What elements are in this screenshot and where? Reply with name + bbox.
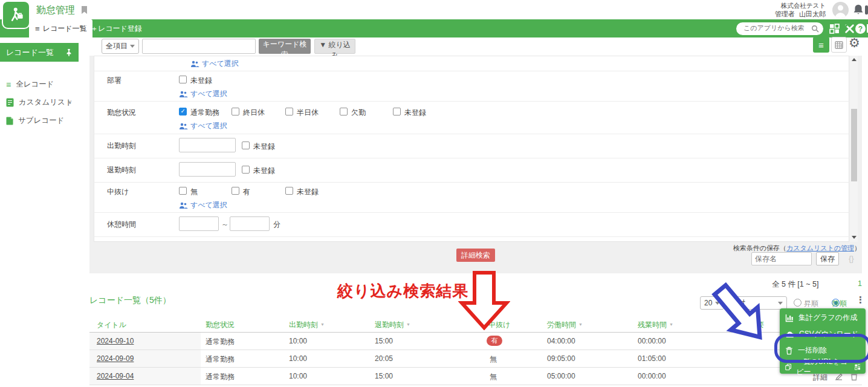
clock-in-unregistered-checkbox[interactable] [242, 141, 250, 149]
table-view-icon: ≡ [818, 40, 824, 50]
keyword-input[interactable] [142, 39, 256, 54]
tab-record-list-label: レコード一覧 [43, 24, 87, 34]
filter-scrollbar[interactable] [850, 56, 858, 242]
custom-list-manage-link[interactable]: カスタムリストの管理 [786, 244, 854, 252]
gear-icon[interactable]: ⚙ [849, 36, 860, 50]
break-yes-checkbox[interactable] [232, 187, 239, 195]
sort-asc-label: 昇順 [804, 299, 818, 309]
tab-record-list[interactable]: ≡ レコード一覧 [29, 19, 92, 37]
status-normal-checkbox[interactable] [179, 108, 187, 115]
braces-icon[interactable]: {} [849, 254, 854, 263]
sort-desc-label: 降順 [832, 299, 847, 309]
detail-search-button[interactable]: 詳細検索 [456, 249, 495, 262]
sort-icon[interactable]: ▼ [669, 322, 673, 327]
col-title[interactable]: タイトル [97, 320, 126, 330]
status-unregistered-label: 未登録 [404, 108, 426, 118]
list-icon: ≡ [35, 24, 40, 33]
scrollbar-thumb[interactable] [851, 109, 857, 181]
field-select-value: 全項目 [106, 41, 128, 51]
list-menu-dots-icon[interactable]: ⋮ [856, 298, 865, 302]
select-all-link[interactable]: すべて選択 [179, 89, 227, 99]
tilde-separator: ～ [221, 220, 228, 230]
col-status[interactable]: 勤怠状況 [206, 320, 235, 330]
sidebar-header: レコード一覧 [0, 43, 79, 62]
calendar-view-button[interactable] [831, 37, 847, 53]
bell-icon[interactable] [853, 4, 864, 16]
record-count: 全 5 件 [1 ~ 5] [772, 279, 818, 290]
department-label: 部署 [107, 76, 121, 86]
pin-icon[interactable] [65, 48, 73, 56]
status-cell: 通常勤務 [206, 372, 235, 382]
record-title-link[interactable]: 2024-09-09 [97, 354, 134, 363]
status-halfday-label: 半日休 [297, 108, 319, 118]
keyword-search-button[interactable]: キーワード検索 [259, 39, 311, 54]
help-icon[interactable]: ? [855, 24, 866, 34]
clock-out-cell: 15:00 [375, 372, 393, 380]
sidebar-item-custom-list[interactable]: カスタムリスト [6, 97, 73, 108]
select-all-link[interactable]: すべて選択 [190, 59, 239, 69]
status-absent-checkbox[interactable] [340, 108, 348, 115]
status-normal-label: 通常勤務 [190, 108, 219, 118]
table-view-button[interactable]: ≡ [813, 37, 829, 53]
scrollbar-down-arrow[interactable] [852, 236, 857, 239]
save-button[interactable]: 保存 [816, 252, 839, 265]
custom-list-chevron-icon[interactable]: ∨ [68, 99, 72, 105]
clock-out-unregistered-checkbox[interactable] [242, 166, 250, 174]
tab-record-add[interactable]: ＋レコード登録 [91, 19, 142, 37]
break-unregistered-checkbox[interactable] [285, 187, 293, 195]
account-info[interactable]: 株式会社テスト 管理者 山田太郎 [695, 1, 826, 18]
app-search[interactable] [736, 22, 823, 35]
break-badge: 有 [487, 336, 502, 346]
col-overtime: 残業時間 [638, 320, 667, 329]
user-role: 管理者 [775, 10, 795, 18]
sort-asc-radio[interactable] [794, 299, 802, 307]
refine-button[interactable]: ▼ 絞り込み [314, 39, 355, 54]
app-grid-icon[interactable] [829, 24, 840, 34]
clock-in-input[interactable] [179, 138, 236, 152]
scrollbar-up-arrow[interactable] [852, 58, 857, 61]
clock-out-cell: 15:00 [375, 337, 393, 345]
tools-icon[interactable] [844, 24, 855, 34]
clock-out-label: 退勤時刻 [107, 165, 136, 175]
break-unregistered-label: 未登録 [297, 187, 319, 197]
sort-icon[interactable]: ▼ [578, 322, 583, 327]
break-none-checkbox[interactable] [179, 187, 187, 195]
page-number[interactable]: 1 [858, 279, 862, 288]
break-cell: 無 [490, 372, 497, 382]
select-all-link[interactable]: すべて選択 [179, 200, 227, 210]
status-cell: 通常勤務 [206, 354, 235, 365]
status-fullday-checkbox[interactable] [232, 108, 239, 115]
rest-from-input[interactable] [179, 216, 219, 231]
sort-icon[interactable]: ▼ [320, 322, 325, 327]
sort-icon[interactable]: ▼ [406, 322, 410, 327]
status-halfday-checkbox[interactable] [285, 108, 293, 115]
clock-out-input[interactable] [179, 162, 236, 177]
sidebar-item-label: カスタムリスト [19, 97, 73, 108]
record-title-link[interactable]: 2024-09-10 [97, 337, 134, 345]
annotation-red-arrow [458, 271, 510, 330]
work-time-cell: 05:00:00 [547, 372, 575, 380]
sidebar-item-label: 全レコード [16, 79, 54, 89]
select-all-link[interactable]: すべて選択 [179, 121, 227, 131]
save-name-input[interactable] [751, 252, 812, 265]
search-icon[interactable] [811, 25, 820, 33]
avatar[interactable] [832, 2, 849, 18]
sidebar-item-sub-record[interactable]: サブレコード [6, 115, 64, 126]
avatar-person-icon [832, 2, 849, 18]
clock-in-cell: 10:00 [289, 372, 307, 380]
clock-in-unregistered-label: 未登録 [253, 141, 275, 152]
app-icon[interactable] [3, 2, 29, 28]
status-unregistered-checkbox[interactable] [393, 108, 401, 115]
sidebar-item-all-records[interactable]: ≡ 全レコード [6, 79, 54, 89]
save-search-caption: 検索条件の保存（カスタムリストの管理） [695, 244, 861, 253]
overtime-cell: 00:00:00 [638, 372, 666, 380]
walking-person-icon [7, 6, 25, 24]
department-unregistered-checkbox[interactable] [179, 76, 187, 83]
rest-to-input[interactable] [230, 216, 270, 231]
field-select[interactable]: 全項目 [102, 39, 139, 54]
work-time-cell: 04:00:00 [547, 337, 575, 345]
bookmark-icon[interactable] [80, 5, 88, 15]
record-title-link[interactable]: 2024-09-04 [97, 372, 134, 380]
app-search-input[interactable] [742, 24, 811, 32]
table-row[interactable]: 2024-09-04 通常勤務 10:00 15:00 無 05:00:00 0… [89, 368, 862, 385]
